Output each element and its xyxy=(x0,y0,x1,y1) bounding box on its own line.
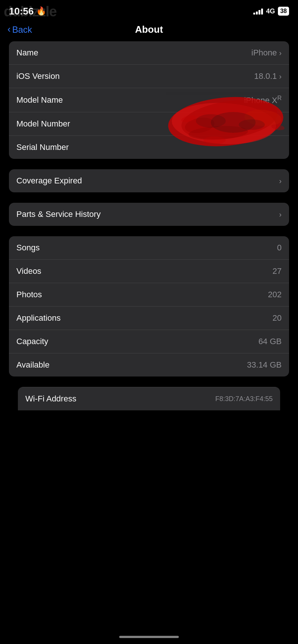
time-display: 10:56 xyxy=(9,6,34,17)
back-chevron-icon: ‹ xyxy=(7,23,11,35)
battery-indicator: 38 xyxy=(278,7,289,16)
name-value: iPhone › xyxy=(251,48,282,58)
coverage-row[interactable]: Coverage Expired › xyxy=(9,169,289,192)
signal-bar-1 xyxy=(253,13,255,15)
status-time: 10:56 🔥 xyxy=(9,6,46,17)
status-right: 4G 38 xyxy=(253,7,289,16)
parts-service-card: Parts & Service History › xyxy=(9,203,289,226)
applications-label: Applications xyxy=(16,313,61,323)
coverage-chevron-icon: › xyxy=(279,177,282,185)
videos-value: 27 xyxy=(273,266,282,276)
songs-label: Songs xyxy=(16,243,39,253)
model-name-label: Model Name xyxy=(16,95,63,105)
flame-icon: 🔥 xyxy=(36,6,46,16)
capacity-row: Capacity 64 GB xyxy=(9,330,289,353)
parts-service-label: Parts & Service History xyxy=(16,209,101,219)
ios-version-value: 18.0.1 › xyxy=(254,71,282,81)
applications-value: 20 xyxy=(273,313,282,323)
parts-service-chevron-icon: › xyxy=(279,210,282,219)
signal-bar-3 xyxy=(259,10,260,15)
videos-label: Videos xyxy=(16,266,41,276)
name-label: Name xyxy=(16,48,38,58)
songs-row: Songs 0 xyxy=(9,236,289,259)
available-label: Available xyxy=(16,360,50,370)
page-title: About xyxy=(135,24,163,35)
ios-version-label: iOS Version xyxy=(16,71,60,81)
model-name-value: iPhone XR xyxy=(244,95,282,105)
back-label: Back xyxy=(12,25,32,35)
capacity-label: Capacity xyxy=(16,337,48,346)
main-content: Name iPhone › iOS Version 18.0.1 › Model… xyxy=(0,41,298,410)
wifi-partial-card: Wi-Fi Address F8:3D:7A:A3:F4:55 xyxy=(18,387,280,410)
photos-value: 202 xyxy=(268,290,282,299)
network-label: 4G xyxy=(266,7,275,15)
storage-media-card: Songs 0 Videos 27 Photos 202 Application… xyxy=(9,236,289,377)
nav-bar: ‹ Back About xyxy=(0,20,298,41)
name-row[interactable]: Name iPhone › xyxy=(9,41,289,64)
model-name-row: Model Name iPhone XR xyxy=(9,88,289,112)
photos-label: Photos xyxy=(16,290,42,299)
songs-value: 0 xyxy=(277,243,282,253)
coverage-card: Coverage Expired › xyxy=(9,169,289,192)
available-value: 33.14 GB xyxy=(247,360,282,370)
signal-bar-2 xyxy=(256,12,258,15)
wifi-address-label: Wi-Fi Address xyxy=(25,394,76,404)
coverage-label: Coverage Expired xyxy=(16,176,82,186)
capacity-value: 64 GB xyxy=(259,337,282,346)
model-number-label: Model Number xyxy=(16,119,70,129)
parts-service-value: › xyxy=(279,210,282,219)
parts-service-row[interactable]: Parts & Service History › xyxy=(9,203,289,226)
ios-version-row[interactable]: iOS Version 18.0.1 › xyxy=(9,64,289,88)
photos-row: Photos 202 xyxy=(9,283,289,306)
serial-number-label: Serial Number xyxy=(16,142,69,152)
back-button[interactable]: ‹ Back xyxy=(7,24,32,35)
signal-bars xyxy=(253,8,263,15)
status-bar: 10:56 🔥 4G 38 xyxy=(0,0,298,20)
device-info-card: Name iPhone › iOS Version 18.0.1 › Model… xyxy=(9,41,289,159)
battery-level: 38 xyxy=(280,8,287,15)
home-indicator xyxy=(119,636,179,638)
model-number-row: Model Number xyxy=(9,112,289,135)
wifi-address-value: F8:3D:7A:A3:F4:55 xyxy=(215,395,273,403)
applications-row: Applications 20 xyxy=(9,306,289,330)
name-chevron-icon: › xyxy=(279,49,282,57)
videos-row: Videos 27 xyxy=(9,259,289,283)
available-row: Available 33.14 GB xyxy=(9,353,289,377)
ios-version-chevron-icon: › xyxy=(279,72,282,81)
serial-number-row: Serial Number xyxy=(9,135,289,159)
coverage-value: › xyxy=(279,177,282,185)
signal-bar-4 xyxy=(261,9,263,15)
wifi-address-row: Wi-Fi Address F8:3D:7A:A3:F4:55 xyxy=(18,387,280,410)
